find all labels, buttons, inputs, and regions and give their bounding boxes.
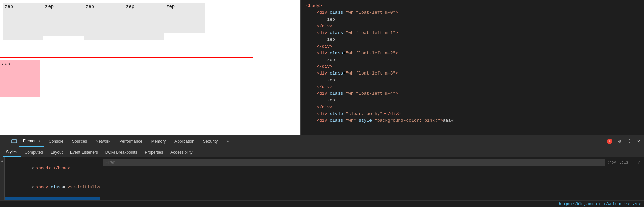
tab-more[interactable]: »: [222, 135, 233, 147]
tree-line-head[interactable]: ▼ <head>…</head>: [5, 159, 100, 178]
error-count-circle: 1: [607, 139, 612, 144]
status-bar: https://blog.csdn.net/weixin_44827418: [0, 200, 644, 207]
code-line-12: zep: [301, 77, 644, 84]
subtab-dom-breakpoints[interactable]: DOM Breakpoints: [102, 147, 141, 157]
code-line-6: </div>: [301, 43, 644, 50]
code-line-2: zep: [301, 16, 644, 23]
code-line-13: </div>: [301, 84, 644, 90]
float-boxes-container: zep zep zep zep zep: [3, 3, 298, 40]
pink-aaa-box: aaa: [0, 60, 40, 97]
tab-elements[interactable]: Elements: [19, 135, 44, 147]
subtab-accessibility[interactable]: Accessibility: [167, 147, 196, 157]
code-line-1: <div class="wh float-left m-0">: [301, 9, 644, 16]
tab-console[interactable]: Console: [44, 135, 67, 147]
subtab-computed[interactable]: Computed: [21, 147, 46, 157]
code-line-16: </div>: [301, 104, 644, 111]
cls-button[interactable]: .cls: [618, 160, 629, 165]
code-line-4: <div class="wh float-left m-1">: [301, 30, 644, 36]
zep-label-3: zep: [86, 4, 94, 9]
tab-network[interactable]: Network: [92, 135, 115, 147]
more-options-icon[interactable]: ⋮: [625, 137, 633, 145]
browser-preview: zep zep zep zep zep: [0, 0, 301, 135]
zep-label-5: zep: [166, 4, 175, 9]
zep-box-1: zep: [3, 3, 43, 40]
tree-line-div-selected[interactable]: <div class="wh float-left m-0">: [5, 197, 100, 200]
code-line-8: <div class="wh float-left m-2">: [301, 50, 644, 57]
zep-box-5: zep: [164, 3, 205, 33]
devtools-tab-bar: Elements Console Sources Network Perform…: [0, 135, 644, 147]
code-line-14: <div class="wh float-left m-4">: [301, 90, 644, 97]
add-style-icon[interactable]: +: [631, 160, 635, 165]
subtab-properties[interactable]: Properties: [141, 147, 167, 157]
filter-bar: :hov .cls + ⤢: [100, 157, 644, 168]
tree-line-body[interactable]: ▼ <body class="vsc-initialized">: [5, 178, 100, 197]
code-line-5: zep: [301, 36, 644, 43]
red-separator-line: [0, 57, 253, 58]
device-toggle-icon[interactable]: [10, 137, 18, 145]
subtab-event-listeners[interactable]: Event Listeners: [67, 147, 101, 157]
code-editor: <body> <div class="wh float-left m-0"> z…: [301, 0, 644, 135]
close-devtools-icon[interactable]: ✕: [635, 137, 643, 145]
pink-box-label: aaa: [2, 61, 10, 67]
tab-performance[interactable]: Performance: [115, 135, 147, 147]
error-badge: 1: [605, 138, 614, 145]
code-line-10: </div>: [301, 63, 644, 70]
element-tree[interactable]: ▼ <head>…</head> ▼ <body class="vsc-init…: [5, 157, 100, 200]
zep-label-4: zep: [126, 4, 134, 9]
hov-button[interactable]: :hov: [606, 160, 617, 165]
devtools-subtab-bar: Styles Computed Layout Event Listeners D…: [0, 147, 644, 157]
tab-application[interactable]: Application: [170, 135, 198, 147]
devtools-panel: Elements Console Sources Network Perform…: [0, 135, 644, 200]
filter-icons: :hov .cls + ⤢: [606, 160, 641, 165]
tab-sources[interactable]: Sources: [68, 135, 91, 147]
code-line-9: zep: [301, 57, 644, 63]
code-line-17: <div style="clear: both;"></div>: [301, 111, 644, 117]
subtab-styles[interactable]: Styles: [3, 147, 21, 157]
inspector-icon[interactable]: [1, 137, 9, 145]
zep-label-1: zep: [5, 4, 13, 9]
tree-scroll-up-icon[interactable]: ▲: [0, 159, 5, 164]
zep-box-3: zep: [84, 3, 124, 40]
code-line-3: </div>: [301, 23, 644, 30]
expand-icon[interactable]: ⤢: [636, 160, 641, 165]
code-line-0: <body>: [301, 3, 644, 9]
zep-label-2: zep: [45, 4, 54, 9]
subtab-layout[interactable]: Layout: [47, 147, 66, 157]
status-url: https://blog.csdn.net/weixin_44827418: [559, 202, 641, 206]
error-count: 1: [609, 139, 611, 143]
styles-panel: :hov .cls + ⤢: [100, 157, 644, 200]
tab-security[interactable]: Security: [199, 135, 222, 147]
code-line-18: <div class="wh" style="background-color:…: [301, 117, 644, 124]
code-content: <body> <div class="wh float-left m-0"> z…: [301, 3, 644, 124]
tab-memory[interactable]: Memory: [147, 135, 170, 147]
svg-rect-0: [3, 139, 5, 141]
filter-input[interactable]: [103, 159, 605, 166]
zep-box-4: zep: [124, 3, 164, 40]
code-line-11: <div class="wh float-left m-3">: [301, 70, 644, 77]
code-line-15: zep: [301, 97, 644, 104]
settings-icon[interactable]: ⚙: [616, 137, 624, 145]
zep-box-2: zep: [43, 3, 84, 36]
devtools-content-area: ▲ ▼ <head>…</head> ▼ <body class="vsc-in…: [0, 157, 644, 200]
